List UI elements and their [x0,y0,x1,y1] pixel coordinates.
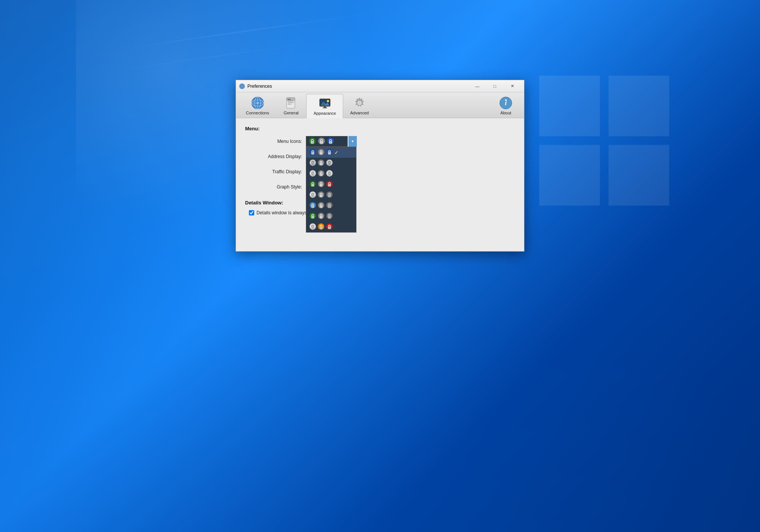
svg-point-90 [312,206,313,207]
dropdown-item-3[interactable] [306,168,356,179]
details-window-section: Details Window: Details window is always… [245,200,515,215]
svg-rect-18 [288,104,291,104]
maximize-button[interactable]: □ [486,80,504,92]
svg-point-45 [312,153,313,154]
svg-point-36 [312,142,313,143]
lock-icon-3 [326,137,335,146]
close-button[interactable]: ✕ [504,80,521,92]
svg-point-114 [329,227,330,228]
svg-rect-20 [288,99,291,100]
drop-lock3b [317,169,325,178]
tab-appearance[interactable]: Appearance [306,94,343,118]
svg-point-60 [329,163,330,164]
svg-rect-3 [608,145,669,206]
drop-lock6a [309,201,317,210]
dropdown-item-4[interactable] [306,179,356,190]
drop-lock6c [325,201,334,210]
minimize-button[interactable]: — [469,80,486,92]
drop-lock5c [325,191,334,199]
tab-connections[interactable]: Connections [239,94,276,118]
graph-style-row: Graph Style: [245,182,515,192]
svg-point-105 [329,217,330,217]
svg-rect-17 [288,102,294,103]
drop-lock7a [309,212,317,220]
dropdown-item-5[interactable] [306,190,356,200]
svg-point-42 [330,142,331,143]
svg-point-99 [312,217,313,217]
svg-point-54 [312,163,313,164]
app-icon [239,83,245,89]
svg-point-72 [312,185,313,185]
svg-rect-2 [539,145,600,206]
svg-point-25 [327,100,329,102]
svg-point-7 [242,86,243,87]
advanced-label: Advanced [350,111,369,115]
advanced-icon [353,96,366,110]
graph-style-label: Graph Style: [245,184,306,190]
svg-point-108 [312,227,313,228]
drop-lock7b [317,212,325,220]
tab-advanced[interactable]: Advanced [343,94,375,118]
svg-point-51 [329,153,330,154]
svg-point-69 [329,174,330,175]
details-always-on-top-row: Details window is always on top [249,210,515,215]
drop-lock7c [325,212,334,220]
drop-lock8b [317,223,325,231]
svg-rect-27 [323,108,327,108]
drop-lock5a [309,191,317,199]
svg-point-78 [329,185,330,185]
tab-about[interactable]: i About [491,94,521,118]
svg-point-66 [321,174,321,175]
menu-section-title: Menu: [245,126,515,131]
dropdown-item-7[interactable] [306,211,356,222]
desktop-streak-2 [96,41,322,73]
drop-lock2c [325,159,334,167]
address-display-label: Address Display: [245,154,306,159]
content-area: Menu: Menu Icons: [236,118,524,251]
drop-lock1a [309,148,317,157]
svg-point-75 [321,185,321,185]
svg-point-111 [321,227,321,228]
svg-point-96 [329,206,330,207]
dropdown-menu[interactable]: ✓ [306,147,356,233]
checkmark-icon: ✓ [334,150,339,155]
details-always-on-top-checkbox[interactable] [249,210,254,215]
traffic-display-row: Traffic Display: [245,166,515,177]
menu-icons-dropdown[interactable] [306,136,357,147]
desktop-streak-1 [115,12,379,50]
dropdown-item-2[interactable] [306,158,356,168]
drop-lock1b [317,148,325,157]
svg-point-57 [321,163,321,164]
svg-point-39 [321,142,322,143]
traffic-display-label: Traffic Display: [245,169,306,174]
drop-lock4c [325,180,334,188]
drop-lock3a [309,169,317,178]
svg-point-102 [321,217,321,217]
general-label: General [284,111,299,115]
connections-icon [251,96,264,110]
drop-lock4a [309,180,317,188]
drop-lock5b [317,191,325,199]
address-display-row: Address Display: [245,151,515,162]
svg-point-81 [312,195,313,196]
windows-logo-decoration [524,68,684,213]
dropdown-display[interactable] [306,136,348,147]
svg-point-93 [321,206,321,207]
dropdown-arrow-button[interactable] [348,136,357,147]
tab-general[interactable]: General [276,94,306,118]
drop-lock8c [325,223,334,231]
drop-lock2b [317,159,325,167]
lock-icon-2 [317,137,326,146]
toolbar: Connections General [236,92,524,118]
svg-point-33 [505,99,507,101]
dropdown-item-1[interactable]: ✓ [306,147,356,158]
dropdown-item-8[interactable] [306,222,356,232]
dropdown-item-6[interactable] [306,200,356,211]
window-controls: — □ ✕ [469,80,521,92]
drop-lock8a [309,223,317,231]
appearance-label: Appearance [314,111,336,116]
svg-point-48 [321,153,321,154]
lock-icon-1 [308,137,317,146]
details-section-title: Details Window: [245,200,515,206]
drop-lock2a [309,159,317,167]
